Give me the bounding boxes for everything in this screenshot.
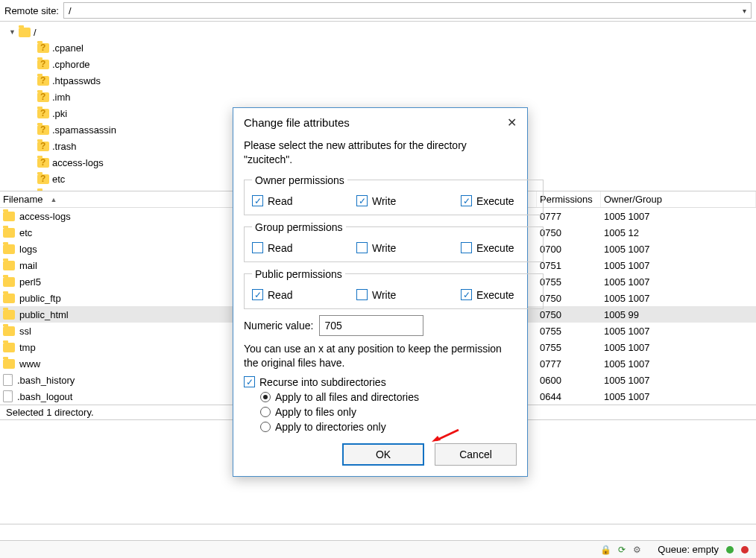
- tree-item-label: .spamassassin: [52, 124, 116, 136]
- remote-site-bar: Remote site: / ▾: [0, 0, 756, 22]
- recurse-apply-all-radio[interactable]: Apply to all files and directories: [260, 391, 517, 403]
- remote-site-path: /: [69, 5, 72, 16]
- ok-button[interactable]: OK: [342, 443, 424, 466]
- group-permissions-group: Group permissions Read Write Execute: [244, 221, 544, 262]
- tree-item-label: .cphorde: [52, 59, 90, 70]
- file-icon: [3, 374, 13, 386]
- owner-read-checkbox[interactable]: Read: [252, 195, 327, 207]
- owner-execute-checkbox[interactable]: Execute: [461, 195, 535, 207]
- file-permissions: 0755: [537, 276, 601, 288]
- tree-item-label: .imh: [52, 92, 71, 103]
- unknown-folder-icon: [37, 76, 49, 86]
- recurse-apply-files-radio[interactable]: Apply to files only: [260, 406, 517, 418]
- file-name: etc: [19, 227, 32, 238]
- numeric-value-input[interactable]: [319, 315, 423, 336]
- remote-site-combobox[interactable]: / ▾: [63, 2, 752, 19]
- file-owner: 1005 1007: [601, 375, 756, 386]
- numeric-note: You can use an x at any position to keep…: [244, 342, 517, 370]
- sync-icon: ⟳: [616, 544, 627, 555]
- tree-root-label: /: [34, 27, 37, 38]
- folder-icon: [3, 343, 15, 352]
- file-permissions: 0755: [537, 326, 601, 337]
- column-permissions[interactable]: Permissions: [537, 191, 601, 207]
- unknown-folder-icon: [37, 174, 49, 184]
- tree-item-label: etc: [52, 174, 65, 185]
- tree-item[interactable]: .cpanel: [37, 39, 752, 56]
- file-name: .bash_history: [17, 375, 75, 386]
- folder-icon: [3, 277, 15, 287]
- file-permissions: 0777: [537, 211, 601, 222]
- file-name: ssl: [19, 326, 31, 337]
- folder-icon: [3, 326, 15, 336]
- file-name: access-logs: [19, 211, 71, 222]
- public-execute-checkbox[interactable]: Execute: [461, 289, 535, 301]
- recurse-apply-dirs-radio[interactable]: Apply to directories only: [260, 421, 517, 433]
- tree-item[interactable]: .htpasswds: [37, 72, 752, 89]
- unknown-folder-icon: [37, 158, 49, 168]
- public-permissions-group: Public permissions Read Write Execute: [244, 268, 544, 309]
- recurse-checkbox[interactable]: Recurse into subdirectories: [244, 376, 517, 388]
- file-permissions: 0700: [537, 244, 601, 255]
- cancel-button[interactable]: Cancel: [435, 443, 517, 466]
- file-owner: 1005 1007: [601, 391, 756, 402]
- file-owner: 1005 1007: [601, 260, 756, 271]
- folder-icon: [3, 294, 15, 303]
- file-name: .bash_logout: [17, 391, 72, 402]
- file-name: tmp: [19, 342, 36, 353]
- tree-root-row[interactable]: ▼ /: [9, 25, 752, 39]
- folder-icon: [3, 359, 15, 369]
- tree-item[interactable]: .cphorde: [37, 56, 752, 72]
- file-owner: 1005 1007: [601, 211, 756, 222]
- unknown-folder-icon: [37, 92, 49, 102]
- lock-icon: 🔒: [600, 544, 611, 555]
- unknown-folder-icon: [37, 142, 49, 151]
- status-icons: 🔒 ⟳ ⚙: [600, 544, 643, 555]
- folder-icon: [3, 228, 15, 238]
- file-name: logs: [19, 244, 37, 255]
- file-name: perl5: [19, 276, 41, 288]
- file-owner: 1005 1007: [601, 342, 756, 353]
- status-bar: 🔒 ⟳ ⚙ Queue: empty: [0, 540, 756, 558]
- folder-icon: [3, 310, 15, 320]
- tree-item-label: .pki: [52, 108, 67, 119]
- status-led-red: [741, 546, 749, 554]
- file-permissions: 0751: [537, 260, 601, 271]
- close-icon[interactable]: ✕: [507, 115, 517, 130]
- folder-icon: [3, 261, 15, 270]
- owner-write-checkbox[interactable]: Write: [356, 195, 431, 207]
- sort-asc-icon: ▲: [50, 196, 57, 203]
- change-attributes-dialog: Change file attributes ✕ Please select t…: [233, 107, 528, 477]
- gear-icon: ⚙: [631, 544, 643, 555]
- tree-item-label: .htpasswds: [52, 75, 101, 86]
- tree-expander-icon[interactable]: ▼: [9, 28, 16, 36]
- unknown-folder-icon: [37, 109, 49, 118]
- file-name: www: [19, 358, 40, 370]
- file-permissions: 0777: [537, 358, 601, 370]
- group-execute-checkbox[interactable]: Execute: [461, 242, 535, 254]
- file-permissions: 0644: [537, 391, 601, 402]
- tree-item-label: .trash: [52, 141, 77, 152]
- dialog-title: Change file attributes: [244, 116, 350, 129]
- group-read-checkbox[interactable]: Read: [252, 242, 327, 254]
- queue-status: Queue: empty: [658, 544, 719, 555]
- public-write-checkbox[interactable]: Write: [356, 289, 431, 301]
- column-owner[interactable]: Owner/Group: [601, 191, 756, 207]
- group-write-checkbox[interactable]: Write: [356, 242, 431, 254]
- tree-item-label: access-logs: [52, 157, 104, 168]
- file-permissions: 0750: [537, 293, 601, 304]
- file-permissions: 0750: [537, 227, 601, 238]
- numeric-value-label: Numeric value:: [244, 320, 313, 332]
- unknown-folder-icon: [37, 60, 49, 69]
- file-owner: 1005 1007: [601, 358, 756, 370]
- public-read-checkbox[interactable]: Read: [252, 289, 327, 301]
- file-owner: 1005 1007: [601, 326, 756, 337]
- file-owner: 1005 1007: [601, 244, 756, 255]
- unknown-folder-icon: [37, 125, 49, 135]
- tree-item[interactable]: .imh: [37, 89, 752, 105]
- remote-site-label: Remote site:: [4, 5, 59, 16]
- file-owner: 1005 1007: [601, 293, 756, 304]
- file-owner: 1005 99: [601, 309, 756, 320]
- file-permissions: 0750: [537, 309, 601, 320]
- dialog-instruction: Please select the new attributes for the…: [244, 139, 517, 167]
- folder-icon: [3, 212, 15, 221]
